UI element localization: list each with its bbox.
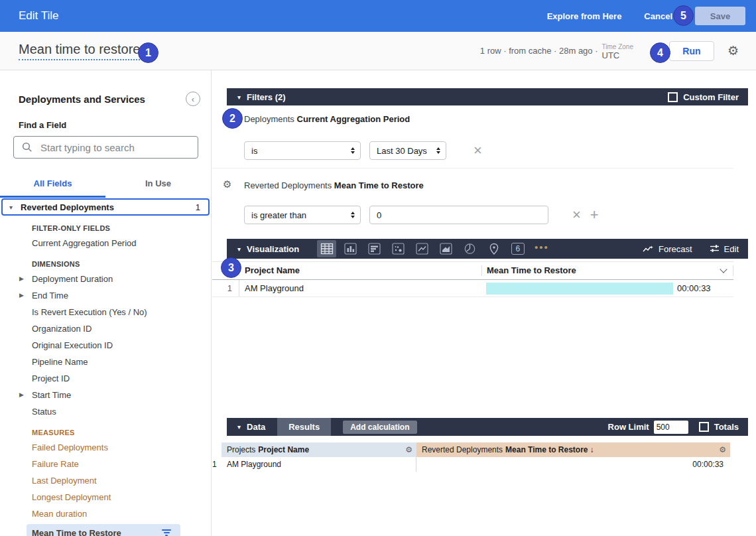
save-button[interactable]: Save	[695, 7, 745, 25]
search-icon	[22, 142, 32, 153]
visualization-title: Visualization	[247, 244, 299, 254]
data-title: Data	[247, 422, 265, 432]
edit-tile-window: Edit Tile Explore from Here Cancel Save …	[0, 0, 756, 536]
filter-2-operator-select[interactable]: is greater than	[244, 206, 361, 224]
viz-col-project-name[interactable]: Project Name	[239, 265, 481, 276]
viz-type-switcher: 6 •••	[317, 240, 551, 257]
field-organization-id[interactable]: Organization ID	[0, 320, 211, 337]
timezone-value: UTC	[602, 51, 633, 60]
tile-title[interactable]: Mean time to restore	[19, 42, 140, 60]
field-search-box[interactable]	[13, 136, 198, 159]
viz-table-row: 1 AM Playground 00:00:33	[212, 280, 733, 297]
viz-col-mean-time-to-restore[interactable]: Mean Time to Restore	[481, 265, 733, 276]
remove-filter-icon[interactable]: ×	[572, 208, 581, 222]
custom-filter-label: Custom Filter	[683, 92, 739, 102]
field-is-revert-execution[interactable]: Is Revert Execution (Yes / No)	[0, 304, 211, 320]
add-filter-icon[interactable]: +	[590, 208, 599, 222]
query-status: 1 row · from cache · 28m ago ·	[480, 46, 598, 56]
explore-from-here-button[interactable]: Explore from Here	[547, 11, 622, 21]
annotation-badge-4: 4	[650, 42, 670, 63]
results-table-header: Projects Project Name ⚙ Reverted Deploym…	[212, 442, 733, 457]
viz-line-chart-icon[interactable]	[412, 240, 432, 257]
timezone-label: Time Zone	[602, 42, 633, 51]
viz-bar-chart-icon[interactable]	[365, 240, 384, 257]
chevron-down-icon[interactable]	[720, 265, 727, 273]
viz-scatter-icon[interactable]	[389, 240, 408, 257]
field-failure-rate[interactable]: Failure Rate	[0, 456, 211, 472]
field-mean-time-to-restore-selected[interactable]: Mean Time to Restore	[27, 524, 180, 536]
results-col-project-name[interactable]: Projects Project Name ⚙	[221, 442, 416, 457]
row-limit-input[interactable]	[654, 421, 688, 434]
totals-checkbox[interactable]	[699, 422, 709, 432]
field-last-deployment[interactable]: Last Deployment	[0, 472, 211, 489]
visualization-section-bar[interactable]: ▾ Visualization	[227, 239, 748, 259]
viz-area-chart-icon[interactable]	[436, 240, 456, 257]
collapse-caret-icon[interactable]: ▾	[237, 94, 241, 101]
collapse-caret-icon[interactable]: ▾	[237, 245, 241, 253]
field-end-time[interactable]: ▶End Time	[0, 287, 211, 304]
filter-2-value-input[interactable]	[369, 206, 548, 224]
filter-1-value-select[interactable]: Last 30 Days	[369, 141, 446, 160]
expand-caret-icon[interactable]: ▶	[19, 287, 24, 304]
viz-more-icon[interactable]: •••	[532, 240, 551, 257]
cancel-button[interactable]: Cancel	[644, 11, 672, 21]
field-pipeline-name[interactable]: Pipeline Name	[0, 354, 211, 370]
run-button[interactable]: Run	[669, 41, 714, 61]
field-original-execution-id[interactable]: Original Execution ID	[0, 337, 211, 354]
results-col-mean-time-to-restore[interactable]: Reverted Deployments Mean Time to Restor…	[416, 442, 730, 457]
column-gear-icon[interactable]: ⚙	[719, 445, 726, 454]
remove-filter-icon[interactable]: ×	[473, 143, 482, 158]
tile-header: Mean time to restore 1 row · from cache …	[0, 32, 756, 70]
expand-caret-icon[interactable]: ▶	[19, 387, 24, 403]
field-deployment-duration[interactable]: ▶Deployment Duration	[0, 271, 211, 287]
viz-table-icon[interactable]	[317, 240, 336, 257]
data-section-bar[interactable]: ▾ Data Results Add calculation Row Limit…	[227, 418, 748, 436]
filter-divider	[212, 168, 733, 168]
results-tab[interactable]: Results	[277, 418, 331, 436]
measure-cell[interactable]: 00:00:33	[481, 283, 733, 295]
query-settings-gear-icon[interactable]: ⚙	[727, 44, 739, 57]
field-current-aggregation-period[interactable]: Current Aggregation Period	[0, 235, 211, 251]
filter-icon[interactable]	[162, 529, 171, 536]
project-name-cell[interactable]: AM Playground	[221, 457, 416, 472]
select-arrows-icon	[351, 212, 355, 218]
tab-in-use[interactable]: In Use	[105, 171, 211, 196]
viz-single-value-icon[interactable]: 6	[508, 240, 527, 257]
field-failed-deployments[interactable]: Failed Deployments	[0, 439, 211, 456]
filters-section-bar[interactable]: ▾ Filters (2) Custom Filter	[227, 88, 748, 105]
measure-value-cell[interactable]: 00:00:33	[416, 460, 730, 469]
collapse-sidebar-icon[interactable]: ‹	[186, 92, 200, 106]
field-status[interactable]: Status	[0, 403, 211, 420]
field-mean-duration[interactable]: Mean duration	[0, 505, 211, 522]
search-input[interactable]	[39, 141, 198, 154]
field-longest-deployment[interactable]: Longest Deployment	[0, 489, 211, 505]
viz-table-header: Project Name Mean Time to Restore	[212, 261, 733, 280]
forecast-icon	[643, 244, 654, 253]
forecast-button[interactable]: Forecast	[643, 244, 692, 254]
chevron-down-icon[interactable]: ▾	[9, 204, 13, 211]
custom-filter-checkbox[interactable]	[668, 92, 678, 102]
filter-1-field-label: Deployments Current Aggregation Period	[244, 114, 756, 124]
viz-pie-chart-icon[interactable]	[460, 240, 479, 257]
tab-all-fields[interactable]: All Fields	[0, 171, 105, 196]
collapse-caret-icon[interactable]: ▾	[237, 423, 241, 431]
totals-label: Totals	[714, 422, 739, 432]
filter-only-fields-heading: FILTER-ONLY FIELDS	[0, 222, 211, 235]
sort-desc-icon[interactable]: ↓	[590, 445, 594, 454]
viz-map-pin-icon[interactable]	[484, 240, 503, 257]
viz-column-chart-icon[interactable]	[341, 240, 360, 257]
filter-1-controls: is Last 30 Days ×	[244, 141, 756, 161]
project-name-cell[interactable]: AM Playground	[239, 280, 481, 297]
view-reverted-deployments[interactable]: ▾ Reverted Deployments 1	[1, 198, 210, 216]
measures-heading: MEASURES	[0, 426, 211, 439]
select-arrows-icon	[436, 147, 440, 154]
edit-viz-button[interactable]: Edit	[710, 244, 739, 254]
expand-caret-icon[interactable]: ▶	[19, 271, 24, 287]
filter-1-operator-select[interactable]: is	[244, 141, 361, 160]
column-gear-icon[interactable]: ⚙	[405, 445, 412, 454]
explore-title: Deployments and Services	[19, 94, 145, 105]
field-tabs: All Fields In Use	[0, 171, 211, 196]
add-calculation-button[interactable]: Add calculation	[343, 421, 416, 434]
field-start-time[interactable]: ▶Start Time	[0, 387, 211, 403]
field-project-id[interactable]: Project ID	[0, 370, 211, 387]
